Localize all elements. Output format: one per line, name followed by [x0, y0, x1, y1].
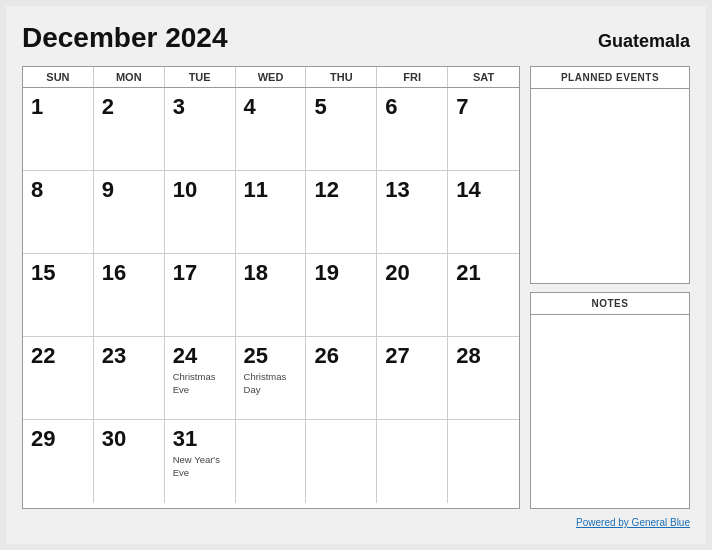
day-9: 9: [94, 171, 165, 254]
day-19: 19: [306, 254, 377, 337]
day-header-tue: TUE: [165, 67, 236, 87]
new-years-eve-label: New Year'sEve: [173, 454, 227, 479]
day-header-sun: SUN: [23, 67, 94, 87]
planned-events-content: [531, 89, 689, 283]
day-header-sat: SAT: [448, 67, 519, 87]
day-31: 31 New Year'sEve: [165, 420, 236, 503]
empty-cell-1: [236, 420, 307, 503]
day-13: 13: [377, 171, 448, 254]
day-2: 2: [94, 88, 165, 171]
footer: Powered by General Blue: [22, 517, 690, 528]
main-content: SUN MON TUE WED THU FRI SAT 1 2 3 4 5 6 …: [22, 66, 690, 509]
day-28: 28: [448, 337, 519, 420]
day-20: 20: [377, 254, 448, 337]
country-title: Guatemala: [598, 31, 690, 52]
day-header-fri: FRI: [377, 67, 448, 87]
day-4: 4: [236, 88, 307, 171]
day-30: 30: [94, 420, 165, 503]
day-18: 18: [236, 254, 307, 337]
christmas-day-label: Christmas Day: [244, 371, 298, 396]
day-14: 14: [448, 171, 519, 254]
notes-title: NOTES: [531, 293, 689, 315]
empty-cell-2: [306, 420, 377, 503]
day-16: 16: [94, 254, 165, 337]
day-3: 3: [165, 88, 236, 171]
month-year-title: December 2024: [22, 22, 227, 54]
day-header-mon: MON: [94, 67, 165, 87]
planned-events-box: PLANNED EVENTS: [530, 66, 690, 284]
day-26: 26: [306, 337, 377, 420]
day-headers-row: SUN MON TUE WED THU FRI SAT: [23, 67, 519, 88]
notes-box: NOTES: [530, 292, 690, 510]
day-8: 8: [23, 171, 94, 254]
calendar-days-grid: 1 2 3 4 5 6 7 8 9 10 11 12 13 14 15 16 1…: [23, 88, 519, 503]
day-header-thu: THU: [306, 67, 377, 87]
day-1: 1: [23, 88, 94, 171]
day-15: 15: [23, 254, 94, 337]
day-27: 27: [377, 337, 448, 420]
empty-cell-4: [448, 420, 519, 503]
day-5: 5: [306, 88, 377, 171]
day-24: 24 Christmas Eve: [165, 337, 236, 420]
christmas-eve-label: Christmas Eve: [173, 371, 227, 396]
day-22: 22: [23, 337, 94, 420]
calendar-header: December 2024 Guatemala: [22, 22, 690, 54]
day-21: 21: [448, 254, 519, 337]
sidebar: PLANNED EVENTS NOTES: [530, 66, 690, 509]
day-7: 7: [448, 88, 519, 171]
day-12: 12: [306, 171, 377, 254]
day-17: 17: [165, 254, 236, 337]
day-11: 11: [236, 171, 307, 254]
day-6: 6: [377, 88, 448, 171]
planned-events-title: PLANNED EVENTS: [531, 67, 689, 89]
day-10: 10: [165, 171, 236, 254]
empty-cell-3: [377, 420, 448, 503]
day-header-wed: WED: [236, 67, 307, 87]
calendar-grid-container: SUN MON TUE WED THU FRI SAT 1 2 3 4 5 6 …: [22, 66, 520, 509]
powered-by-link[interactable]: Powered by General Blue: [576, 517, 690, 528]
calendar-page: December 2024 Guatemala SUN MON TUE WED …: [6, 6, 706, 544]
day-25: 25 Christmas Day: [236, 337, 307, 420]
notes-content: [531, 315, 689, 509]
day-29: 29: [23, 420, 94, 503]
day-23: 23: [94, 337, 165, 420]
